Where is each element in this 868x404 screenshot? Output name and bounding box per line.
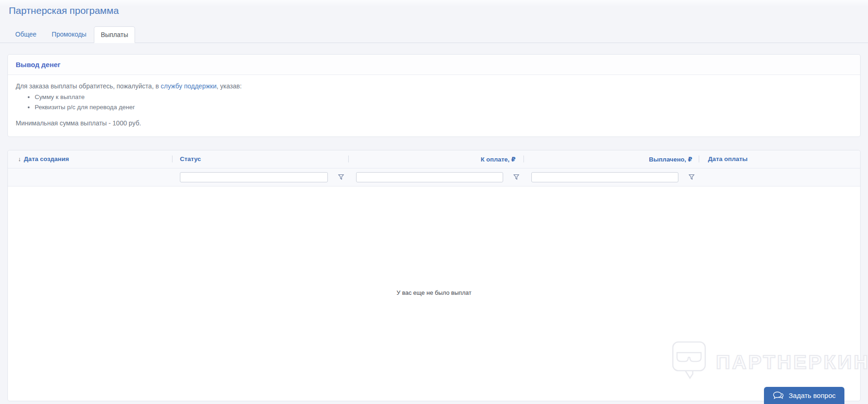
filter-funnel-icon[interactable] [689, 174, 695, 180]
column-label: Дата создания [24, 155, 69, 162]
page-title: Партнерская программа [0, 0, 868, 16]
intro-suffix: , указав: [216, 82, 241, 90]
filter-input-paid-out[interactable] [531, 172, 678, 182]
withdraw-card-body: Для заказа выплаты обратитесь, пожалуйст… [8, 75, 860, 137]
bullet-sum: Сумму к выплате [35, 93, 852, 102]
filter-cell-payment-date [699, 168, 860, 186]
withdraw-card-title: Вывод денег [8, 55, 860, 75]
bullet-requisites: Реквизиты р/с для перевода денег [35, 103, 852, 112]
filter-input-to-pay[interactable] [356, 172, 503, 182]
ask-question-label: Задать вопрос [789, 392, 836, 399]
filter-cell-to-pay [349, 168, 524, 186]
filter-funnel-icon[interactable] [513, 174, 519, 180]
column-label: Выплачено, ₽ [649, 155, 692, 163]
tab-bar: Общее Промокоды Выплаты [0, 26, 868, 43]
column-label: Статус [180, 155, 201, 162]
column-header-payment-date[interactable]: Дата оплаты [699, 150, 860, 168]
payouts-table-header: ↓ Дата создания Статус К оплате, ₽ Выпла… [8, 150, 860, 168]
support-link[interactable]: службу поддержки [161, 82, 217, 90]
payouts-filter-row [8, 168, 860, 186]
column-label: Дата оплаты [708, 155, 748, 162]
withdraw-intro: Для заказа выплаты обратитесь, пожалуйст… [16, 81, 852, 91]
chat-bubbles-icon [773, 391, 784, 400]
filter-cell-creation-date [8, 168, 172, 186]
sort-desc-icon: ↓ [18, 155, 21, 162]
ask-question-button[interactable]: Задать вопрос [764, 387, 844, 404]
column-label: К оплате, ₽ [481, 155, 516, 163]
column-header-paid-out[interactable]: Выплачено, ₽ [524, 150, 699, 168]
tab-payouts[interactable]: Выплаты [94, 26, 135, 43]
filter-cell-status [172, 168, 349, 186]
min-amount-note: Минимальная сумма выплаты - 1000 руб. [16, 118, 852, 128]
tab-general[interactable]: Общее [15, 26, 37, 43]
payouts-table-body: У вас еще не было выплат [8, 186, 860, 401]
tab-promocodes[interactable]: Промокоды [52, 26, 86, 43]
column-header-to-pay[interactable]: К оплате, ₽ [349, 150, 524, 168]
withdraw-money-card: Вывод денег Для заказа выплаты обратитес… [7, 54, 861, 137]
withdraw-bullet-list: Сумму к выплате Реквизиты р/с для перево… [16, 93, 852, 112]
empty-state-text: У вас еще не было выплат [397, 289, 472, 296]
filter-cell-paid-out [524, 168, 699, 186]
intro-prefix: Для заказа выплаты обратитесь, пожалуйст… [16, 82, 161, 90]
payouts-table: ↓ Дата создания Статус К оплате, ₽ Выпла… [7, 150, 861, 401]
column-header-creation-date[interactable]: ↓ Дата создания [8, 150, 172, 168]
filter-funnel-icon[interactable] [338, 174, 344, 180]
partner-program-page: Партнерская программа Общее Промокоды Вы… [0, 0, 868, 404]
filter-input-status[interactable] [180, 172, 328, 182]
column-header-status[interactable]: Статус [172, 150, 349, 168]
